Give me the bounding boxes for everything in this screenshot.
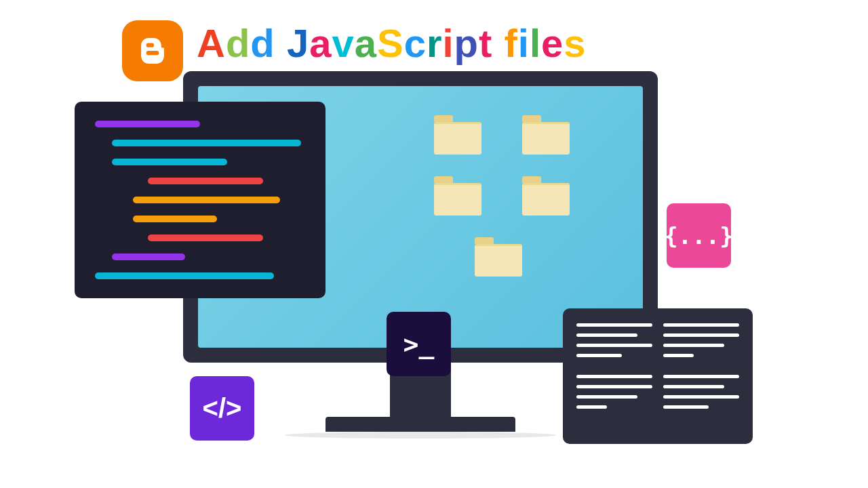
json-braces-icon: {...} (667, 203, 731, 268)
code-tag-icon: </> (190, 376, 254, 441)
code-line (133, 216, 217, 222)
folder-icon (522, 115, 570, 152)
folder-icon (475, 237, 522, 274)
text-line (576, 323, 652, 327)
svg-rect-3 (146, 51, 159, 55)
code-line (95, 272, 274, 279)
folder-icon (434, 115, 481, 152)
text-line (576, 385, 652, 388)
code-line (112, 253, 186, 260)
text-line (663, 375, 739, 378)
code-line (112, 140, 301, 146)
text-line (663, 405, 709, 409)
text-line (576, 395, 637, 399)
text-line (576, 405, 607, 409)
code-line (133, 197, 280, 203)
code-editor-window (75, 102, 326, 298)
text-line (576, 344, 652, 347)
text-line (576, 354, 622, 357)
text-line (663, 354, 694, 357)
code-line (148, 178, 264, 184)
blogger-icon (122, 20, 183, 81)
text-line (663, 323, 739, 327)
folder-icon (434, 176, 481, 214)
terminal-icon: >_ (387, 312, 451, 376)
folder-icon (522, 176, 570, 214)
text-line (576, 333, 637, 337)
code-line (95, 121, 200, 127)
svg-rect-2 (146, 43, 154, 47)
terminal-symbol: >_ (403, 329, 435, 359)
text-line (576, 375, 652, 378)
monitor-base (326, 417, 515, 432)
code-line (148, 235, 264, 241)
text-line (663, 333, 739, 337)
codetag-symbol: </> (203, 393, 242, 424)
text-line (663, 344, 724, 347)
text-line (663, 385, 724, 388)
text-document-window (563, 308, 753, 444)
monitor-shadow (285, 432, 556, 439)
page-title: Add JavaScript files (197, 20, 587, 66)
code-line (112, 159, 228, 165)
text-line (663, 395, 739, 399)
json-symbol: {...} (664, 222, 733, 249)
